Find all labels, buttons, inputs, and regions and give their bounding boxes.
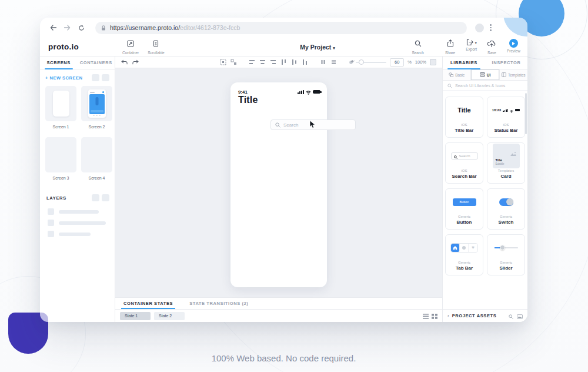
back-icon[interactable] (48, 23, 58, 32)
zoom-slider[interactable] (356, 62, 386, 63)
view-toggle-icon[interactable] (92, 74, 99, 81)
marquee-select-icon[interactable] (220, 59, 226, 65)
screen-3-thumbnail[interactable] (45, 137, 76, 172)
align-middle-icon[interactable] (291, 59, 298, 65)
tab-libraries[interactable]: LIBRARIES (443, 57, 485, 69)
browser-menu-icon[interactable] (490, 24, 492, 31)
library-item-button[interactable]: Button Generic Button (445, 188, 483, 230)
panel-scrollbar[interactable] (525, 93, 527, 134)
heart-icon: ♥ (472, 245, 475, 250)
layer-item[interactable] (40, 217, 115, 228)
right-panel-tabs: LIBRARIES INSPECTOR (443, 57, 527, 69)
container-label: Container (122, 51, 139, 55)
export-tool[interactable]: ▾ Export (466, 39, 477, 51)
marketing-caption: 100% Web based. No code required. (0, 353, 567, 363)
state-2-chip[interactable]: State 2 (154, 312, 185, 320)
copy-style-icon[interactable] (349, 59, 355, 65)
screen-2-thumbnail[interactable] (81, 86, 112, 121)
library-item-card[interactable]: Title Subtitle Templates Card (487, 142, 525, 184)
library-item-tab-bar[interactable]: ♥ Generic Tab Bar (445, 234, 483, 275)
new-screen-button[interactable]: + NEW SCREEN (45, 75, 82, 81)
button-preview: Button (453, 198, 476, 206)
tab-screens[interactable]: SCREENS (40, 57, 78, 69)
share-tool[interactable]: Share (445, 39, 455, 55)
library-item-slider[interactable]: Generic Slider (487, 234, 525, 275)
align-center-horizontal-icon[interactable] (259, 59, 266, 65)
library-item-switch[interactable]: Generic Switch (487, 188, 525, 230)
align-bottom-icon[interactable] (302, 59, 308, 65)
align-left-icon[interactable] (249, 59, 255, 65)
search-placeholder: Search (283, 122, 298, 128)
layer-name-placeholder (59, 210, 99, 214)
image-placeholder-icon (510, 148, 517, 159)
library-item-category: Templates (498, 169, 514, 172)
library-item-search-bar[interactable]: Search iOS Search Bar (445, 142, 483, 184)
library-item-category: Generic (458, 215, 470, 218)
view-toggle-icon[interactable] (102, 74, 109, 81)
scrollable-label: Scrollable (148, 51, 165, 55)
align-top-icon[interactable] (280, 59, 287, 65)
distribute-horizontal-icon[interactable] (320, 59, 326, 65)
subtab-templates[interactable]: Templates (500, 69, 527, 80)
tab-container-states[interactable]: CONTAINER STATES (115, 298, 181, 309)
container-tool[interactable]: Container (122, 39, 139, 55)
redo-icon[interactable] (132, 59, 139, 65)
library-search[interactable]: Search UI Libraries & Icons (443, 81, 527, 91)
zoom-slider-handle[interactable] (359, 59, 364, 65)
grid-view-icon[interactable] (432, 311, 437, 321)
save-tool[interactable]: Save (487, 39, 496, 55)
tab-containers[interactable]: CONTAINERS (78, 57, 115, 69)
refresh-icon[interactable] (76, 23, 86, 32)
list-view-icon[interactable] (423, 311, 429, 321)
align-right-icon[interactable] (270, 59, 276, 65)
screen-card-1[interactable]: Screen 1 (45, 86, 76, 137)
library-item-status-bar[interactable]: 16:23 iOS Status Bar (487, 97, 525, 138)
assets-actions (509, 311, 523, 321)
state-1-chip[interactable]: State 1 (120, 312, 151, 320)
search-tool[interactable]: Search (412, 39, 424, 55)
library-item-name: Title Bar (455, 128, 474, 133)
search-icon[interactable] (509, 311, 513, 321)
zoom-100-button[interactable]: 100% (415, 59, 426, 65)
profile-avatar[interactable] (475, 24, 484, 32)
url-host: https://username.proto.io/ (110, 24, 180, 31)
screen-view-toggles[interactable] (92, 74, 109, 81)
screen-4-thumbnail[interactable] (81, 137, 112, 172)
subtab-basic[interactable]: Basic (443, 69, 471, 80)
screen-card-2[interactable]: Screen 2 (81, 86, 112, 137)
preview-tool[interactable]: Preview (507, 39, 520, 53)
url-bar[interactable]: https://username.proto.io/editor/4612-87… (95, 22, 467, 34)
tab-state-transitions[interactable]: STATE TRANSITIONS (2) (181, 298, 256, 309)
zoom-fit-icon[interactable] (430, 59, 436, 65)
layers-view-toggles[interactable] (92, 194, 109, 201)
zoom-value-input[interactable]: 60 (390, 58, 404, 67)
project-menu[interactable]: My Project ▾ (259, 44, 376, 51)
layer-item[interactable] (40, 206, 115, 217)
tab-inspector[interactable]: INSPECTOR (485, 57, 527, 69)
project-assets-bar[interactable]: › PROJECT ASSETS (443, 309, 527, 322)
subtab-ui[interactable]: UI (471, 69, 499, 80)
library-item-title-bar[interactable]: Title iOS Title Bar (445, 97, 483, 138)
search-icon (447, 80, 452, 91)
distribute-objects-icon[interactable] (230, 59, 237, 65)
phone-title-text[interactable]: Title (238, 95, 258, 105)
design-canvas[interactable]: 9:41 Title Se (115, 68, 442, 297)
screen-card-4[interactable]: Screen 4 (81, 137, 112, 188)
left-panel-tabs: SCREENS CONTAINERS (40, 57, 115, 69)
view-toggle-icon[interactable] (102, 194, 109, 201)
layer-item[interactable] (40, 228, 115, 240)
project-menu-label: My Project (300, 44, 331, 51)
distribute-vertical-icon[interactable] (330, 59, 337, 65)
screen-1-thumbnail[interactable] (45, 86, 76, 121)
phone-mockup[interactable]: 9:41 Title (230, 82, 327, 287)
image-icon[interactable] (517, 311, 523, 321)
view-toggle-icon[interactable] (92, 194, 99, 201)
status-time: 16:23 (492, 108, 501, 112)
library-item-category: iOS (503, 123, 509, 127)
forward-icon[interactable] (62, 23, 72, 32)
undo-icon[interactable] (121, 59, 128, 65)
scrollable-tool[interactable]: Scrollable (148, 39, 165, 55)
library-item-name: Switch (499, 220, 514, 225)
screen-card-3[interactable]: Screen 3 (45, 137, 76, 188)
ui-components-icon (480, 72, 485, 77)
